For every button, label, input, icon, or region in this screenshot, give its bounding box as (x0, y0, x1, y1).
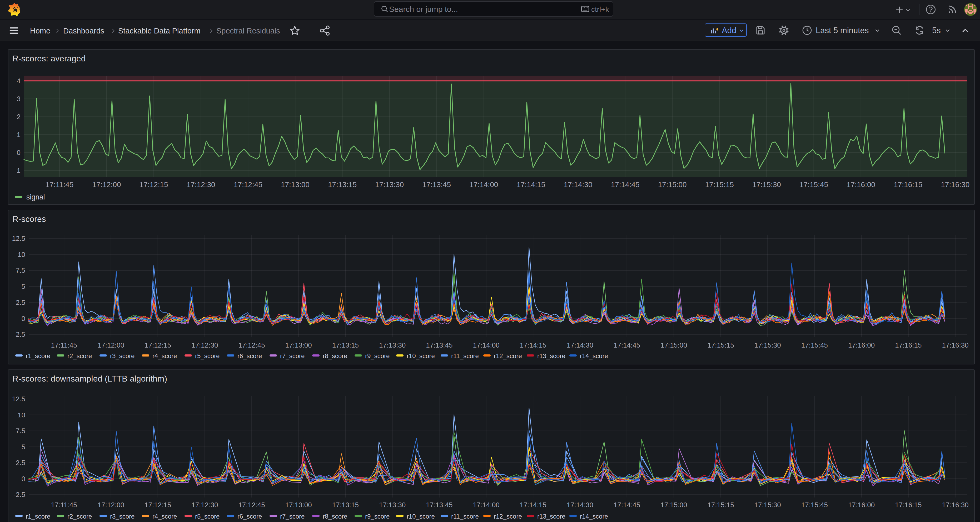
svg-text:r11_score: r11_score (451, 513, 479, 520)
svg-text:r7_score: r7_score (280, 513, 305, 520)
svg-text:7.5: 7.5 (16, 427, 25, 435)
svg-text:r8_score: r8_score (323, 352, 347, 359)
svg-text:12.5: 12.5 (12, 395, 25, 403)
svg-text:r9_score: r9_score (365, 352, 390, 359)
svg-text:0: 0 (22, 475, 25, 483)
svg-text:-1: -1 (14, 166, 21, 174)
svg-text:r5_score: r5_score (195, 513, 220, 520)
svg-text:signal: signal (26, 193, 45, 201)
svg-text:17:15:30: 17:15:30 (754, 341, 781, 349)
svg-text:17:13:30: 17:13:30 (379, 341, 406, 349)
svg-text:17:14:30: 17:14:30 (567, 501, 593, 509)
svg-text:0: 0 (22, 314, 25, 322)
svg-text:r12_score: r12_score (494, 352, 522, 359)
svg-text:r14_score: r14_score (580, 352, 608, 359)
svg-text:r3_score: r3_score (110, 352, 135, 359)
svg-text:r6_score: r6_score (237, 513, 262, 520)
svg-text:17:14:00: 17:14:00 (473, 501, 500, 509)
svg-text:17:14:45: 17:14:45 (614, 501, 640, 509)
svg-text:17:12:00: 17:12:00 (92, 180, 121, 189)
svg-text:17:16:30: 17:16:30 (941, 180, 969, 189)
svg-text:5: 5 (22, 283, 25, 291)
svg-text:17:15:00: 17:15:00 (660, 501, 687, 509)
svg-text:17:14:15: 17:14:15 (517, 180, 545, 189)
svg-text:17:13:45: 17:13:45 (422, 180, 451, 189)
svg-text:17:13:15: 17:13:15 (332, 341, 359, 349)
svg-text:r2_score: r2_score (67, 513, 92, 520)
svg-text:r4_score: r4_score (153, 513, 177, 520)
svg-text:-2.5: -2.5 (13, 491, 25, 498)
svg-text:7.5: 7.5 (16, 267, 25, 274)
svg-text:17:15:00: 17:15:00 (660, 341, 687, 349)
svg-text:r13_score: r13_score (537, 352, 565, 359)
svg-text:17:14:15: 17:14:15 (520, 501, 546, 509)
svg-text:17:15:45: 17:15:45 (799, 180, 828, 189)
svg-text:17:16:15: 17:16:15 (895, 341, 921, 349)
svg-text:r14_score: r14_score (580, 513, 608, 520)
svg-text:17:12:15: 17:12:15 (145, 501, 171, 509)
svg-text:17:12:30: 17:12:30 (187, 180, 215, 189)
svg-text:r3_score: r3_score (110, 513, 135, 520)
svg-text:10: 10 (18, 251, 25, 259)
svg-text:17:11:45: 17:11:45 (45, 180, 73, 189)
svg-text:17:13:15: 17:13:15 (328, 180, 357, 189)
svg-text:17:16:00: 17:16:00 (848, 501, 875, 509)
svg-text:17:11:45: 17:11:45 (51, 341, 77, 349)
svg-text:r4_score: r4_score (153, 352, 177, 359)
svg-text:17:12:45: 17:12:45 (238, 501, 265, 509)
svg-text:17:13:00: 17:13:00 (285, 341, 312, 349)
svg-text:10: 10 (18, 411, 25, 419)
svg-text:17:12:15: 17:12:15 (145, 341, 171, 349)
svg-text:17:12:45: 17:12:45 (234, 180, 262, 189)
svg-text:r1_score: r1_score (26, 513, 50, 520)
svg-text:17:13:00: 17:13:00 (281, 180, 310, 189)
svg-text:0: 0 (17, 148, 21, 156)
svg-text:r1_score: r1_score (26, 352, 50, 359)
svg-text:4: 4 (17, 77, 21, 85)
svg-text:17:15:15: 17:15:15 (705, 180, 734, 189)
svg-text:17:12:30: 17:12:30 (191, 341, 218, 349)
svg-text:17:16:00: 17:16:00 (848, 341, 875, 349)
svg-text:17:12:45: 17:12:45 (238, 341, 265, 349)
svg-text:17:15:00: 17:15:00 (658, 180, 687, 189)
svg-text:17:15:15: 17:15:15 (707, 501, 734, 509)
svg-text:17:15:30: 17:15:30 (754, 501, 781, 509)
svg-text:17:14:00: 17:14:00 (473, 341, 500, 349)
svg-text:17:15:45: 17:15:45 (801, 501, 828, 509)
svg-text:r8_score: r8_score (323, 513, 347, 520)
svg-text:1: 1 (17, 131, 21, 139)
svg-text:17:15:45: 17:15:45 (801, 341, 828, 349)
svg-text:r7_score: r7_score (280, 352, 305, 359)
svg-text:17:12:15: 17:12:15 (140, 180, 168, 189)
svg-text:17:14:45: 17:14:45 (611, 180, 640, 189)
svg-text:r10_score: r10_score (407, 352, 435, 359)
svg-text:17:13:45: 17:13:45 (426, 501, 452, 509)
svg-text:17:14:30: 17:14:30 (564, 180, 593, 189)
svg-text:12.5: 12.5 (12, 235, 25, 243)
svg-text:2: 2 (17, 113, 21, 121)
svg-text:2.5: 2.5 (16, 299, 25, 306)
svg-text:r13_score: r13_score (537, 513, 565, 520)
svg-text:r6_score: r6_score (237, 352, 262, 359)
svg-text:17:13:30: 17:13:30 (379, 501, 406, 509)
svg-text:-2.5: -2.5 (13, 330, 25, 338)
svg-text:17:14:00: 17:14:00 (469, 180, 498, 189)
svg-text:17:14:15: 17:14:15 (520, 341, 546, 349)
svg-text:17:16:30: 17:16:30 (942, 501, 969, 509)
svg-text:r2_score: r2_score (67, 352, 92, 359)
svg-text:17:16:30: 17:16:30 (942, 341, 969, 349)
svg-text:17:13:15: 17:13:15 (332, 501, 359, 509)
svg-text:17:12:00: 17:12:00 (98, 341, 124, 349)
svg-text:17:13:30: 17:13:30 (375, 180, 404, 189)
svg-text:r10_score: r10_score (407, 513, 435, 520)
svg-text:5: 5 (22, 443, 25, 451)
svg-text:17:15:15: 17:15:15 (707, 341, 734, 349)
svg-text:17:14:45: 17:14:45 (614, 341, 640, 349)
svg-text:17:13:45: 17:13:45 (426, 341, 452, 349)
svg-text:17:11:45: 17:11:45 (51, 501, 77, 509)
svg-text:17:12:30: 17:12:30 (191, 501, 218, 509)
svg-text:17:12:00: 17:12:00 (98, 501, 124, 509)
svg-text:17:16:00: 17:16:00 (846, 180, 875, 189)
svg-text:3: 3 (17, 95, 21, 103)
svg-text:17:16:15: 17:16:15 (895, 501, 921, 509)
